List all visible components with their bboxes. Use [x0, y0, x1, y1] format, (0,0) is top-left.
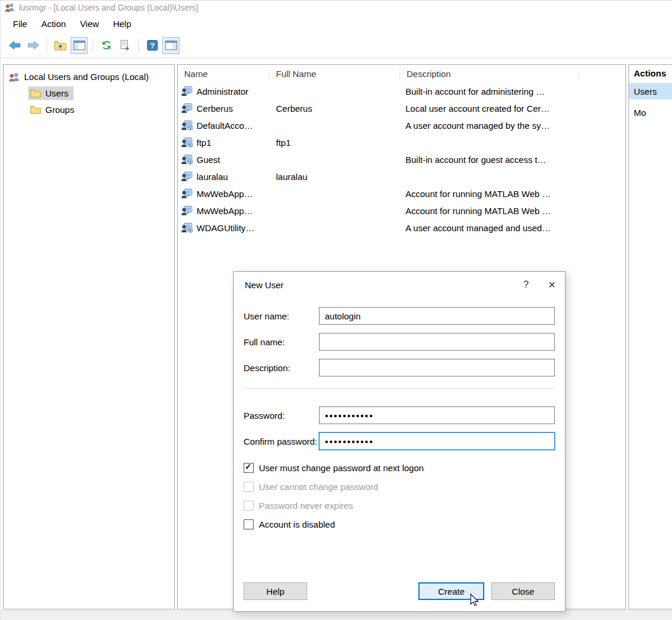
table-row[interactable]: Cerberus Cerberus Local user account cre… [178, 100, 626, 117]
tree-item-users-label: Users [45, 88, 68, 98]
close-button[interactable]: Close [491, 582, 555, 600]
user-name: lauralau [197, 172, 228, 182]
tree-root-local-users-and-groups[interactable]: Local Users and Groups (Local) [4, 69, 174, 85]
description-input[interactable] [319, 359, 555, 376]
user-description: Built-in account for guest access t… [400, 155, 626, 165]
menu-action[interactable]: Action [34, 16, 73, 32]
menu-help[interactable]: Help [106, 16, 138, 32]
app-icon [5, 3, 15, 12]
description-label: Description: [244, 363, 319, 373]
toolbar-separator [92, 38, 93, 52]
actions-pane: Actions Users Mo [628, 64, 672, 609]
actions-item-more[interactable]: Mo [629, 105, 672, 121]
user-name: Guest [197, 155, 220, 165]
password-input[interactable] [319, 406, 555, 424]
checkbox-user-cannot-change-password: User cannot change password [244, 482, 555, 492]
refresh-icon[interactable] [98, 37, 115, 54]
svg-text:?: ? [150, 41, 155, 50]
checkbox-box[interactable] [244, 463, 254, 473]
checkbox-label: Account is disabled [259, 519, 335, 529]
users-groups-icon [8, 72, 20, 82]
disabled-badge-icon [188, 143, 193, 148]
user-icon [181, 138, 193, 148]
actions-item-users[interactable]: Users [629, 84, 672, 99]
table-row[interactable]: Administrator Built-in account for admin… [178, 83, 626, 100]
toolbar-separator [138, 38, 139, 52]
menu-file[interactable]: File [6, 16, 34, 32]
actions-pane-title: Actions [629, 65, 672, 84]
user-name: Cerberus [197, 104, 233, 114]
folder-icon [30, 89, 41, 98]
table-row[interactable]: WDAGUtility… A user account managed and … [178, 219, 626, 236]
tree-root-label: Local Users and Groups (Local) [24, 72, 149, 82]
dialog-title: New User [245, 280, 513, 290]
full-name-input[interactable] [319, 333, 555, 351]
table-row[interactable]: ftp1 ftp1 [178, 134, 626, 151]
help-icon[interactable]: ? [144, 37, 161, 54]
mouse-cursor [468, 594, 480, 608]
disabled-badge-icon [188, 228, 193, 233]
app-window: lusrmgr - [Local Users and Groups (Local… [0, 0, 672, 620]
column-header-full-name[interactable]: Full Name [270, 68, 400, 80]
column-header-name[interactable]: Name [178, 68, 270, 80]
user-icon [181, 155, 193, 165]
confirm-password-label: Confirm password: [244, 436, 319, 446]
password-label: Password: [244, 411, 319, 421]
up-folder-icon[interactable] [52, 37, 69, 54]
dialog-button-row: Help Create Close [244, 582, 555, 600]
checkbox-user-must-change-password[interactable]: User must change password at next logon [244, 463, 555, 473]
user-full-name: ftp1 [270, 138, 400, 148]
column-header-description[interactable]: Description [400, 68, 579, 80]
disabled-badge-icon [188, 160, 193, 165]
user-description: Local user account created for Cer… [400, 104, 626, 114]
tree-item-users[interactable]: Users [4, 85, 174, 101]
dialog-separator [244, 388, 555, 389]
toolbar-separator [46, 38, 47, 52]
user-description: Account for running MATLAB Web … [400, 206, 626, 216]
user-description: A user account managed by the sy… [400, 121, 626, 131]
menu-view[interactable]: View [73, 16, 106, 32]
show-console-tree-icon[interactable] [71, 37, 88, 54]
console-tree-panel: Local Users and Groups (Local) Users Gro… [3, 64, 175, 609]
user-icon [181, 223, 193, 233]
title-bar: lusrmgr - [Local Users and Groups (Local… [1, 1, 672, 14]
user-icon [181, 206, 193, 216]
checkbox-box[interactable] [244, 519, 254, 529]
user-name-label: User name: [244, 311, 319, 321]
checkbox-box [244, 501, 254, 511]
show-action-pane-icon[interactable] [162, 37, 179, 54]
user-full-name: Cerberus [270, 104, 400, 114]
checkbox-account-is-disabled[interactable]: Account is disabled [244, 519, 555, 529]
back-icon[interactable] [6, 37, 23, 54]
window-title: lusrmgr - [Local Users and Groups (Local… [19, 3, 198, 12]
confirm-password-input[interactable] [319, 432, 555, 450]
table-row[interactable]: lauralau lauralau [178, 168, 626, 185]
table-row[interactable]: DefaultAcco… A user account managed by t… [178, 117, 626, 134]
export-list-icon[interactable] [117, 37, 134, 54]
table-row[interactable]: MwWebApp… Account for running MATLAB Web… [178, 202, 626, 219]
user-name: MwWebApp… [197, 189, 253, 199]
user-name-input[interactable] [319, 307, 555, 325]
checkbox-box [244, 482, 254, 492]
tree-item-groups[interactable]: Groups [4, 101, 174, 118]
dialog-close-icon[interactable]: ✕ [539, 276, 565, 294]
forward-icon[interactable] [25, 37, 42, 54]
list-header: Name Full Name Description [178, 65, 626, 83]
checkbox-label: Password never expires [259, 501, 353, 511]
new-user-dialog: New User ? ✕ User name: Full name: Descr… [233, 271, 565, 612]
user-name: DefaultAcco… [197, 121, 253, 131]
checkbox-password-never-expires: Password never expires [244, 501, 555, 511]
dialog-help-icon[interactable]: ? [513, 276, 539, 294]
user-full-name: lauralau [270, 172, 400, 182]
dialog-body: User name: Full name: Description: Passw… [234, 298, 565, 612]
folder-icon [30, 105, 41, 114]
user-icon [181, 121, 193, 131]
user-icon [181, 189, 193, 199]
user-name: ftp1 [197, 138, 211, 148]
help-button[interactable]: Help [244, 582, 307, 600]
user-description: Built-in account for administering … [400, 86, 626, 96]
user-name: Administrator [197, 86, 248, 96]
table-row[interactable]: MwWebApp… Account for running MATLAB Web… [178, 185, 626, 202]
table-row[interactable]: Guest Built-in account for guest access … [178, 151, 626, 168]
column-header-empty [579, 68, 626, 80]
